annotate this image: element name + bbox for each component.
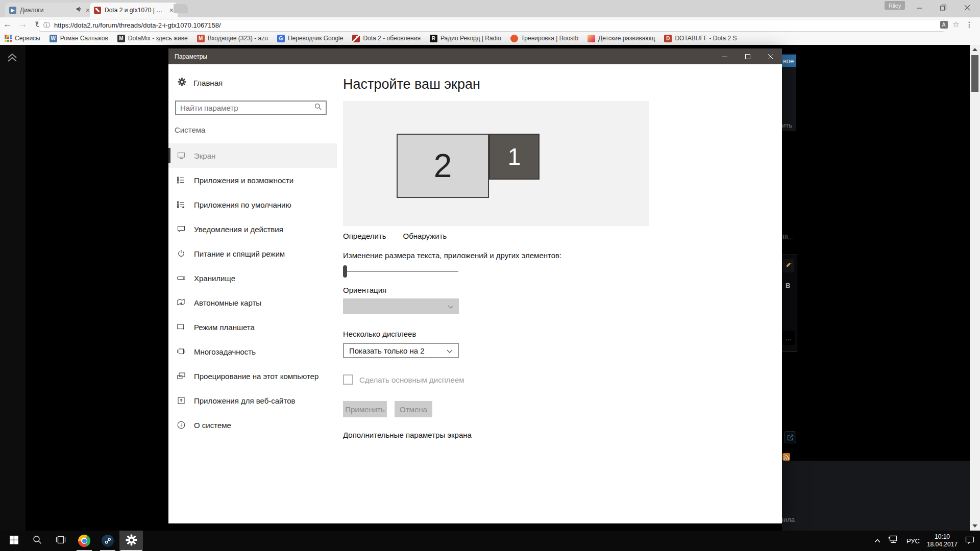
- identify-link[interactable]: Определить: [343, 232, 386, 240]
- bookmark-translate[interactable]: GПереводчик Google: [277, 35, 344, 42]
- sidebar-item-display[interactable]: Экран: [168, 143, 337, 168]
- back-icon[interactable]: ←: [0, 19, 15, 30]
- bold-button[interactable]: B: [786, 282, 790, 289]
- dotabuff-icon: D: [664, 35, 672, 42]
- make-primary-checkbox[interactable]: [343, 374, 353, 385]
- settings-search-box[interactable]: [175, 101, 327, 115]
- sidebar-item-default-apps[interactable]: Приложения по умолчанию: [168, 192, 337, 217]
- sidebar-item-offline-maps[interactable]: Автономные карты: [168, 290, 337, 315]
- scrollbar-thumb[interactable]: [971, 55, 978, 92]
- close-icon[interactable]: [759, 48, 782, 64]
- action-center-icon[interactable]: [965, 536, 975, 546]
- bookmark-kids[interactable]: Детские развивающ: [587, 35, 655, 42]
- pencil-icon[interactable]: [783, 259, 794, 272]
- multiple-displays-dropdown[interactable]: Показать только на 2: [343, 343, 459, 358]
- vk-icon: W: [50, 35, 57, 42]
- maximize-icon[interactable]: [736, 48, 759, 64]
- slider-thumb[interactable]: [343, 265, 347, 278]
- make-primary-row: Сделать основным дисплеем: [343, 374, 464, 385]
- browser-minimize-button[interactable]: [908, 0, 930, 15]
- orientation-dropdown[interactable]: [343, 298, 459, 314]
- bookmark-vk[interactable]: WРоман Салтыков: [50, 35, 108, 42]
- scroll-down-icon[interactable]: [972, 524, 977, 528]
- more-button[interactable]: ...: [782, 331, 795, 345]
- settings-sidebar: ЭкранПриложения и возможностиПриложения …: [168, 143, 337, 437]
- taskbar-search-button[interactable]: [26, 531, 49, 551]
- monitor-1[interactable]: 1: [489, 134, 540, 180]
- search-input[interactable]: [176, 104, 314, 112]
- browser-toolbar: ← → ↻ ⓘ https://dota2.ru/forum/threads/d…: [0, 17, 980, 32]
- bookmark-label: Роман Салтыков: [60, 35, 108, 42]
- apply-button[interactable]: Применить: [343, 401, 387, 417]
- sidebar-item-multitasking[interactable]: Многозадачность: [168, 339, 337, 364]
- bookmark-label: Сервисы: [15, 35, 40, 42]
- menu-icon[interactable]: ⋮: [964, 19, 975, 30]
- tab-dota2[interactable]: Dota 2 и gtx1070 | Dota ×: [90, 3, 178, 17]
- monitor-2[interactable]: 2: [397, 134, 489, 198]
- scroll-up-icon[interactable]: [972, 48, 977, 51]
- bookmark-record[interactable]: RРадио Рекорд | Radio: [430, 35, 501, 42]
- scroll-top-icon[interactable]: [7, 53, 26, 64]
- bookmark-star-icon[interactable]: ☆: [950, 19, 962, 30]
- bookmark-label: Детские развивающ: [598, 35, 655, 42]
- page-scrollbar[interactable]: [970, 45, 980, 531]
- clock[interactable]: 10:10 18.04.2017: [927, 533, 958, 548]
- settings-gear-icon: [126, 534, 137, 548]
- chevron-down-icon: [447, 346, 453, 355]
- sidebar-item-home[interactable]: Главная: [178, 78, 223, 88]
- bookmarks-bar: СервисыWРоман СалтыковMDotaMix - здесь ж…: [0, 32, 980, 45]
- sidebar-item-tablet-mode[interactable]: Режим планшета: [168, 315, 337, 339]
- translate-icon[interactable]: A: [938, 19, 949, 30]
- settings-content: Настройте ваш экран 21 Определить Обнару…: [343, 64, 782, 523]
- browser-close-button[interactable]: [956, 0, 978, 15]
- browser-restore-button[interactable]: [932, 0, 954, 15]
- audio-icon[interactable]: [76, 6, 82, 14]
- taskbar-steam-button[interactable]: [96, 531, 119, 551]
- sidebar-item-label: Экран: [194, 152, 215, 160]
- forward-icon[interactable]: →: [15, 19, 31, 30]
- close-tab-icon[interactable]: ×: [169, 7, 174, 14]
- sidebar-item-storage[interactable]: Хранилище: [168, 266, 337, 290]
- sidebar-item-power[interactable]: Питание и спящий режим: [168, 241, 337, 266]
- tab-title: Диалоги: [20, 7, 72, 14]
- taskbar-settings-button[interactable]: [119, 531, 143, 551]
- bookmark-dota2[interactable]: Dota 2 - обновления: [352, 35, 420, 42]
- settings-titlebar[interactable]: Параметры: [168, 48, 782, 64]
- rss-icon[interactable]: [782, 453, 790, 461]
- advanced-display-settings-link[interactable]: Дополнительные параметры экрана: [343, 431, 472, 439]
- language-indicator[interactable]: РУС: [906, 537, 920, 545]
- minimize-icon[interactable]: [713, 48, 736, 64]
- tray-chevron-icon[interactable]: [874, 536, 881, 545]
- bookmark-inbox[interactable]: MВходящие (323) - azu: [197, 35, 268, 42]
- bookmark-boost[interactable]: Тренировка | Boostb: [510, 35, 578, 42]
- new-tab-button[interactable]: [174, 4, 188, 13]
- bookmark-services[interactable]: Сервисы: [4, 35, 40, 42]
- info-icon[interactable]: ⓘ: [43, 21, 50, 30]
- profile-badge[interactable]: Riley: [885, 1, 905, 10]
- sidebar-item-about[interactable]: О системе: [168, 413, 337, 437]
- cancel-button[interactable]: Отмена: [395, 401, 432, 417]
- bookmark-dotabuff[interactable]: DDOTABUFF - Dota 2 S: [664, 35, 737, 42]
- network-icon[interactable]: [888, 535, 899, 546]
- sidebar-item-apps-features[interactable]: Приложения и возможности: [168, 168, 337, 192]
- gmail-dark-icon: M: [117, 35, 125, 42]
- forum-nav-highlighted-item[interactable]: вое: [782, 55, 796, 67]
- sidebar-item-notifications[interactable]: Уведомления и действия: [168, 217, 337, 241]
- detect-link[interactable]: Обнаружить: [403, 232, 447, 240]
- taskbar-chrome-button[interactable]: [72, 531, 96, 551]
- home-label: Главная: [193, 79, 223, 87]
- external-link-icon[interactable]: [784, 431, 796, 443]
- task-view-button[interactable]: [49, 531, 72, 551]
- sidebar-item-projecting[interactable]: Проецирование на этот компьютер: [168, 364, 337, 388]
- steam-icon: [102, 535, 114, 547]
- tab-dialogs[interactable]: ▶ Диалоги ×: [5, 3, 94, 17]
- search-icon[interactable]: [314, 103, 322, 112]
- slider-track[interactable]: [343, 271, 458, 272]
- forum-partial-button[interactable]: ить: [782, 121, 792, 129]
- start-button[interactable]: [2, 531, 26, 551]
- close-tab-icon[interactable]: ×: [86, 7, 90, 14]
- address-bar[interactable]: ⓘ https://dota2.ru/forum/threads/dota-2-…: [39, 19, 944, 32]
- bookmark-dotamix[interactable]: MDotaMix - здесь живе: [117, 35, 188, 42]
- sidebar-item-web-apps[interactable]: Приложения для веб-сайтов: [168, 388, 337, 413]
- scale-slider[interactable]: [343, 265, 458, 278]
